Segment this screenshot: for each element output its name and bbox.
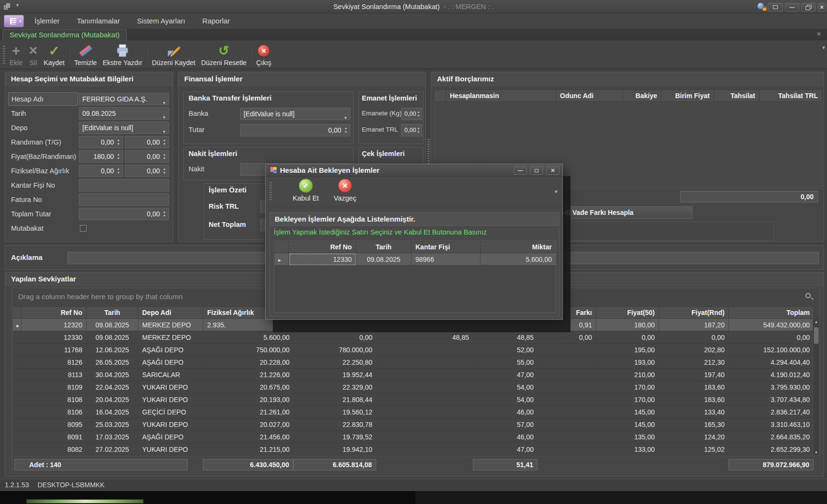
shipment-row[interactable]: 8082 27.02.2025 YUKARI DEPO 21.215,00 19… (13, 443, 814, 456)
spinner-arrows-icon[interactable]: ▲▼ (116, 138, 121, 146)
emanete-kg-spinner[interactable]: 0,00▲▼ (401, 108, 422, 120)
mutabakat-checkbox[interactable] (80, 225, 87, 232)
close-button[interactable]: ✕ (817, 3, 826, 11)
save-button[interactable]: ✓ Kaydet (41, 41, 67, 68)
field-label-kantar-fisi-no: Kantar Fişi No (11, 179, 55, 191)
baz-agirlik-spinner[interactable]: 0,00▲▼ (125, 165, 169, 177)
cancel-button[interactable]: ✕ Vazgeç (326, 179, 364, 202)
fatura-no-input[interactable] (79, 193, 169, 206)
spinner-arrows-icon[interactable]: ▲▼ (162, 153, 167, 160)
accept-button[interactable]: ✓ Kabul Et (284, 179, 328, 202)
spinner-arrows-icon[interactable]: ▲▼ (116, 153, 121, 160)
toolbar-overflow-icon[interactable]: ▼ (821, 45, 826, 50)
reset-arrow-icon: ↻ (218, 43, 229, 58)
dialog-table: Ref No Tarih Kantar Fişi Miktar ▸ 12330 … (274, 241, 556, 266)
randiman-g-spinner[interactable]: 0,00▲▼ (125, 136, 169, 148)
spinner-arrows-icon[interactable]: ▲▼ (162, 138, 167, 146)
row-indicator-icon: ▸ (279, 257, 281, 263)
footer-total-sum: 879.072.966,90 (728, 459, 814, 470)
shipment-row[interactable]: 8126 26.05.2025 AŞAĞI DEPO 20.228,00 22.… (13, 356, 814, 369)
host-text: DESKTOP-LSBMMKK (38, 481, 105, 489)
field-label-tutar: Tutar (189, 123, 204, 136)
add-button[interactable]: + Ekle (7, 41, 25, 68)
spinner-arrows-icon[interactable]: ▲▼ (416, 126, 421, 134)
dialog-close-button[interactable]: ✕ (546, 166, 559, 175)
dialog-toolbar-overflow-icon[interactable]: ▼ (554, 189, 559, 194)
shipment-row[interactable]: 12330 09.08.2025 MERKEZ DEPO 5.600,00 0,… (13, 331, 814, 344)
restore-icon (805, 5, 811, 10)
chevron-down-icon[interactable]: ▼ (344, 112, 347, 124)
dialog-maximize-button[interactable] (530, 166, 543, 175)
shipment-row[interactable]: 8113 30.04.2025 SARICALAR 21.226,00 19.9… (13, 369, 814, 381)
spinner-arrows-icon[interactable]: ▲▼ (116, 167, 121, 175)
shipment-row[interactable]: 8108 20.04.2025 YUKARI DEPO 20.193,00 21… (13, 393, 814, 406)
menu-tanimlamalar[interactable]: Tanımlamalar (69, 13, 127, 29)
pending-row[interactable]: ▸ 12330 09.08.2025 98966 5.600,00 (275, 253, 556, 266)
fit-window-button[interactable] (768, 3, 783, 11)
reset-layout-button[interactable]: ↻ Düzeni Resetle (198, 41, 249, 68)
fiyat-baz-spinner[interactable]: 180,00▲▼ (79, 150, 123, 163)
taskbar-thumbnail[interactable] (26, 499, 144, 504)
application-button[interactable]: ▼ (4, 15, 24, 27)
clear-button[interactable]: Temizle (71, 41, 100, 68)
spinner-arrows-icon[interactable]: ▲▼ (416, 110, 421, 118)
field-label-fatura-no: Fatura No (11, 193, 42, 206)
group-by-hint[interactable]: Drag a column header here to group by th… (18, 292, 183, 301)
tab-sevkiyat-sonlandirma[interactable]: Sevkiyat Sonlandırma (Mutabakat) (2, 29, 127, 40)
shipment-row[interactable]: 8095 25.03.2025 YUKARI DEPO 20.027,00 22… (13, 418, 814, 431)
field-label-nakit: Nakit (189, 163, 204, 175)
shipment-row[interactable]: ▸ 12320 09.08.2025 MERKEZ DEPO 2.935. 0,… (13, 319, 814, 331)
plus-icon: + (12, 44, 21, 58)
tarih-combo[interactable]: 09.08.2025▼ (79, 107, 169, 120)
hesap-adi-combo[interactable]: FERRERO GIDA A.Ş.▼ (79, 93, 169, 105)
save-layout-button[interactable]: Düzeni Kaydet (149, 41, 198, 68)
banka-combo[interactable]: [EditValue is null]▼ (240, 108, 350, 120)
depo-combo[interactable]: [EditValue is null]▼ (79, 122, 169, 134)
lock-navigation-icon[interactable] (757, 2, 767, 11)
scroll-down-icon[interactable]: ▼ (813, 450, 819, 455)
shipment-row[interactable]: 8106 16.04.2025 GEÇİCİ DEPO 21.261,00 19… (13, 406, 814, 418)
pencil-icon (167, 44, 181, 57)
footer-ratio-sum: 51,41 (473, 459, 537, 470)
cheque-group-title: Çek İşlemleri (359, 147, 423, 160)
search-icon[interactable] (805, 293, 811, 298)
exit-icon: ✕ (257, 45, 270, 57)
exit-button[interactable]: ✕ Çıkış (253, 41, 274, 68)
print-statement-button[interactable]: Ekstre Yazdır (100, 41, 145, 68)
field-label-fiziksel: Fiziksel/Baz Ağırlık (11, 165, 69, 177)
delete-button[interactable]: ✕ Sil (25, 41, 41, 68)
spinner-arrows-icon[interactable]: ▲▼ (162, 167, 167, 175)
toplam-tutar-spinner[interactable]: 0,00▲▼ (79, 208, 169, 220)
splitter-grip[interactable] (427, 139, 430, 168)
scrollbar-thumb[interactable] (814, 327, 818, 344)
menu-raporlar[interactable]: Raporlar (195, 13, 238, 29)
scroll-up-icon[interactable]: ▲ (813, 320, 819, 324)
fiziksel-agirlik-spinner[interactable]: 0,00▲▼ (79, 165, 123, 177)
spinner-arrows-icon[interactable]: ▲▼ (162, 210, 167, 218)
window-title: Sevkiyat Sonlandırma (Mutabakat)- . : ME… (0, 0, 827, 13)
vertical-scrollbar[interactable]: ▲ ▼ (813, 319, 819, 456)
shipment-row[interactable]: 11768 12.06.2025 AŞAĞI DEPO 750.000,00 7… (13, 344, 814, 356)
restore-button[interactable] (801, 3, 816, 11)
dialog-minimize-button[interactable]: — (514, 166, 527, 175)
footer-base-sum: 6.605.814,08 (293, 459, 376, 470)
dialog-toolbar-grip[interactable] (269, 182, 272, 202)
shipment-row[interactable]: 8109 22.04.2025 YUKARI DEPO 20.675,00 22… (13, 381, 814, 393)
menu-islemler[interactable]: İşlemler (27, 13, 67, 29)
tab-close-icon[interactable]: ✕ (816, 31, 821, 37)
dialog-grid: Ref No Tarih Kantar Fişi Miktar ▸ 12330 … (274, 240, 556, 313)
kantar-fisi-no-input[interactable] (79, 179, 169, 191)
footer-count: Adet : 140 (14, 459, 188, 470)
menu-sistem-ayarlari[interactable]: Sistem Ayarları (129, 13, 193, 29)
randiman-t-spinner[interactable]: 0,00▲▼ (79, 136, 123, 148)
toolbar-grip[interactable] (3, 46, 5, 64)
version-text: 1.2.1.53 (5, 481, 29, 489)
spinner-arrows-icon[interactable]: ▲▼ (343, 126, 348, 134)
field-label-tarih: Tarih (11, 107, 26, 120)
tutar-spinner[interactable]: 0,00▲▼ (240, 124, 350, 136)
emanet-trl-spinner[interactable]: 0,00▲▼ (401, 124, 422, 136)
fiyat-randiman-spinner[interactable]: 0,00▲▼ (125, 150, 169, 163)
shipment-row[interactable]: 8091 17.03.2025 AŞAĞI DEPO 21.456,00 19.… (13, 431, 814, 443)
footer-physical-sum: 6.430.450,00 (203, 459, 293, 470)
minimize-button[interactable]: — (785, 3, 799, 11)
